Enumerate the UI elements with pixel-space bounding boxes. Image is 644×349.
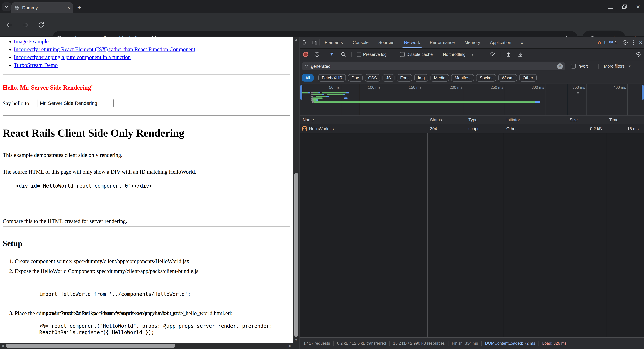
devtools-menu-kebab-icon[interactable]: ⋮ <box>631 39 636 46</box>
chip-socket[interactable]: Socket <box>476 74 496 82</box>
throttling-dropdown[interactable]: No throttling ▾ <box>443 52 474 57</box>
column-divider[interactable] <box>466 116 466 337</box>
col-initiator[interactable]: Initiator <box>506 117 520 122</box>
issues-badge[interactable]: 1 <box>608 40 617 45</box>
link-pure-component[interactable]: Incorrectly wrapping a pure component in… <box>14 54 131 60</box>
chip-media[interactable]: Media <box>430 74 449 82</box>
scroll-up-icon[interactable]: ▲ <box>294 38 298 41</box>
export-har-button[interactable] <box>518 52 523 57</box>
divider <box>500 52 501 57</box>
filter-toggle-button[interactable] <box>329 52 334 57</box>
chip-doc[interactable]: Doc <box>348 74 362 82</box>
table-header: Name Status Type Initiator Size Time <box>300 116 644 124</box>
network-overview[interactable]: 50 ms100 ms150 ms200 ms250 ms300 ms350 m… <box>300 84 644 116</box>
scroll-right-icon[interactable]: ▶ <box>289 344 292 348</box>
timeline-tick-label: 350 ms <box>560 85 585 90</box>
vertical-scrollbar[interactable]: ▲ ▼ <box>293 37 300 343</box>
clear-filter-icon[interactable]: × <box>557 64 563 69</box>
record-button[interactable] <box>303 52 308 57</box>
tab-elements[interactable]: Elements <box>320 37 348 48</box>
chip-js[interactable]: JS <box>382 74 394 82</box>
inspect-element-icon[interactable] <box>300 40 310 45</box>
request-time: 16 ms <box>606 126 641 131</box>
checkbox-icon <box>400 52 405 57</box>
col-time[interactable]: Time <box>609 117 618 122</box>
tab-sources[interactable]: Sources <box>374 37 399 48</box>
close-window-button[interactable]: × <box>636 5 640 9</box>
chip-fetch-xhr[interactable]: Fetch/XHR <box>318 74 346 82</box>
tab-close-icon[interactable]: × <box>68 5 70 11</box>
chip-css[interactable]: CSS <box>365 74 380 82</box>
chip-manifest[interactable]: Manifest <box>451 74 474 82</box>
table-row[interactable]: <> HelloWorld.js 304 script Other 0.2 kB… <box>300 124 644 133</box>
tab-application[interactable]: Application <box>485 37 516 48</box>
horizontal-scrollbar[interactable]: ◀ ▶ <box>0 343 293 349</box>
col-status[interactable]: Status <box>430 117 442 122</box>
filter-input[interactable]: generated × <box>302 62 565 70</box>
divider <box>3 226 290 226</box>
chip-other[interactable]: Other <box>519 74 537 82</box>
tab-console[interactable]: Console <box>348 37 373 48</box>
link-turbostream[interactable]: TurboStream Demo <box>14 62 58 68</box>
column-divider[interactable] <box>567 116 567 337</box>
timeline-gridline <box>586 84 587 115</box>
list-item: TurboStream Demo <box>14 61 195 69</box>
restore-button[interactable] <box>622 5 627 9</box>
tab-performance[interactable]: Performance <box>425 37 460 48</box>
chip-wasm[interactable]: Wasm <box>498 74 517 82</box>
settings-gear-icon[interactable] <box>623 40 628 45</box>
disable-cache-checkbox[interactable]: Disable cache <box>400 52 433 57</box>
browser-tab[interactable]: Dummy × <box>12 2 73 14</box>
reload-button[interactable] <box>36 20 46 31</box>
back-button[interactable] <box>4 20 15 31</box>
minimize-button[interactable] <box>608 8 613 9</box>
network-conditions-button[interactable] <box>489 51 495 57</box>
devtools-close-icon[interactable]: × <box>639 39 642 46</box>
list-item: Image Example <box>14 38 195 46</box>
name-input[interactable] <box>38 99 114 107</box>
funnel-icon <box>304 64 309 69</box>
page-title: React Rails Client Side Only Rendering <box>3 127 184 139</box>
col-size[interactable]: Size <box>570 117 578 122</box>
checkbox-icon <box>571 64 576 69</box>
chip-img[interactable]: Img <box>414 74 428 82</box>
network-settings-gear-icon[interactable] <box>635 52 641 57</box>
chip-all[interactable]: All <box>302 74 314 82</box>
forward-button[interactable] <box>20 20 31 31</box>
network-search-button[interactable] <box>340 52 346 57</box>
col-name[interactable]: Name <box>303 117 314 122</box>
waterfall-bar <box>312 94 313 95</box>
warnings-badge[interactable]: 1 <box>597 40 606 45</box>
clear-button[interactable] <box>314 52 320 57</box>
divider <box>481 341 482 346</box>
column-divider[interactable] <box>427 116 428 337</box>
link-image-example[interactable]: Image Example <box>14 39 49 45</box>
col-type[interactable]: Type <box>468 117 478 122</box>
timeline-gridline <box>505 84 505 115</box>
column-divider[interactable] <box>606 116 607 337</box>
more-tabs-button[interactable]: » <box>516 37 528 48</box>
waterfall-bar <box>576 92 579 94</box>
timeline-tick-label: 300 ms <box>519 85 544 90</box>
column-divider[interactable] <box>504 116 504 337</box>
vertical-scrollbar-thumb[interactable] <box>294 173 298 337</box>
network-status-bar: 1 / 17 requests 0.2 kB / 12.6 kB transfe… <box>300 337 644 349</box>
more-filters-dropdown[interactable]: More filters ▾ <box>604 64 630 69</box>
scroll-down-icon[interactable]: ▼ <box>294 338 298 341</box>
divider <box>3 74 290 75</box>
tab-memory[interactable]: Memory <box>460 37 485 48</box>
horizontal-scrollbar-thumb[interactable] <box>6 344 175 348</box>
device-toolbar-icon[interactable] <box>310 40 320 45</box>
timeline-gridline <box>341 84 341 115</box>
invert-checkbox[interactable]: Invert <box>571 64 588 69</box>
preserve-log-checkbox[interactable]: Preserve log <box>357 52 386 57</box>
scroll-left-icon[interactable]: ◀ <box>1 344 4 348</box>
request-type: script <box>468 126 478 131</box>
import-har-button[interactable] <box>506 52 511 57</box>
link-jsx-element[interactable]: Incorrectly returning React Element (JSX… <box>14 46 195 52</box>
divider <box>390 341 390 346</box>
chip-font[interactable]: Font <box>397 74 412 82</box>
new-tab-button[interactable]: + <box>75 4 84 12</box>
tab-search-button[interactable] <box>2 2 11 12</box>
tab-network[interactable]: Network <box>399 37 425 48</box>
